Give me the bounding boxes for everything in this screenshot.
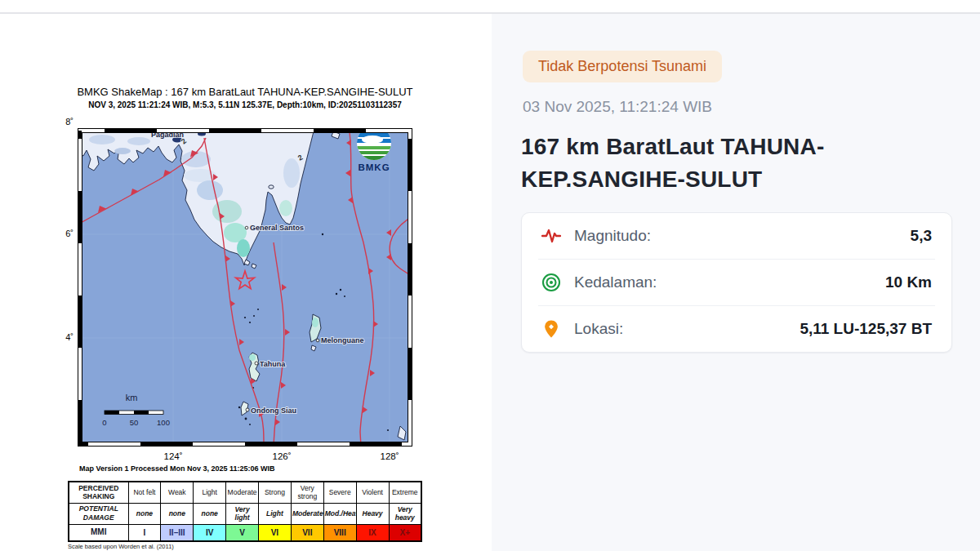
x-axis-label-126: 126˚ <box>264 451 300 461</box>
legend-row-mmi: MMIIII–IIIIVVVIVIIVIIIIXX+ <box>69 524 421 541</box>
legend-cell-mmi: VIII <box>323 524 356 541</box>
legend-cell-shaking: Weak <box>161 482 194 503</box>
legend-cell-shaking: Moderate <box>226 482 259 503</box>
legend-cell-damage: Very heavy <box>389 503 421 524</box>
legend-cell-mmi: X+ <box>389 524 421 541</box>
place-label-tahuna: Tahuna <box>260 360 286 368</box>
city-dot-general-santos <box>245 226 248 229</box>
depth-target-icon <box>541 273 561 292</box>
legend-row-header: POTENTIAL DAMAGE <box>69 503 128 524</box>
legend-cell-damage: Heavy <box>356 503 389 524</box>
place-label-melonguane: Melonguane <box>321 336 364 344</box>
detail-row-value: 10 Km <box>885 273 932 291</box>
legend-row-damage: POTENTIAL DAMAGEnonenonenoneVery lightLi… <box>69 503 421 524</box>
event-title: 167 km BaratLaut TAHUNA-KEP.SANGIHE-SULU… <box>521 131 977 196</box>
legend-cell-shaking: Violent <box>356 482 389 503</box>
mmi-legend-table: PERCEIVED SHAKINGNot feltWeakLightModera… <box>68 481 422 542</box>
legend-row-header: PERCEIVED SHAKING <box>69 482 128 503</box>
legend-cell-damage: none <box>161 503 194 524</box>
scale-tick-0: 0 <box>102 418 106 427</box>
legend-cell-damage: Mod./Heavy <box>323 503 356 524</box>
y-axis-label-6: 6˚ <box>56 229 74 238</box>
detail-row-label: Kedalaman: <box>574 273 657 291</box>
scale-tick-100: 100 <box>157 418 170 427</box>
scale-tick-50: 50 <box>130 418 139 427</box>
legend-cell-shaking: Very strong <box>291 482 323 503</box>
shakemap-subtitle: NOV 3, 2025 11:21:24 WIB, M:5.3, 5.11N 1… <box>47 100 443 109</box>
legend-cell-shaking: Strong <box>259 482 292 503</box>
detail-row: Lokasi:5,11 LU-125,37 BT <box>522 306 951 352</box>
legend-cell-shaking: Severe <box>323 482 356 503</box>
city-dot-melonguane <box>316 339 319 342</box>
detail-row: Kedalaman:10 Km <box>522 260 951 305</box>
x-axis-label-124: 124˚ <box>155 451 191 461</box>
legend-cell-shaking: Not felt <box>128 482 161 503</box>
shakemap-title: BMKG ShakeMap : 167 km BaratLaut TAHUNA-… <box>47 86 443 98</box>
city-dot-ondong-siau <box>246 408 249 411</box>
shakemap-map: 2 2 Pagadian General Santos Tahuna Ondon… <box>78 128 412 447</box>
legend-cell-damage: Very light <box>226 503 259 524</box>
detail-row-value: 5,11 LU-125,37 BT <box>800 320 932 338</box>
detail-row: Magnitudo:5,3 <box>522 213 951 259</box>
detail-row-label: Lokasi: <box>574 320 623 338</box>
mmi-legend: PERCEIVED SHAKINGNot feltWeakLightModera… <box>68 481 422 550</box>
legend-cell-mmi: II–III <box>161 524 194 541</box>
bmkg-logo-text: BMKG <box>358 162 390 172</box>
shakemap-panel: BMKG ShakeMap : 167 km BaratLaut TAHUNA-… <box>0 14 492 551</box>
legend-cell-mmi: IX <box>356 524 389 541</box>
legend-row-shaking: PERCEIVED SHAKINGNot feltWeakLightModera… <box>69 482 421 503</box>
tsunami-status-badge: Tidak Berpotensi Tsunami <box>523 51 722 82</box>
bmkg-logo-icon: BMKG <box>357 128 391 172</box>
event-datetime: 03 Nov 2025, 11:21:24 WIB <box>523 98 712 116</box>
place-label-general-santos: General Santos <box>250 224 304 232</box>
event-detail-card: Magnitudo:5,3Kedalaman:10 KmLokasi:5,11 … <box>521 212 952 353</box>
y-axis-label-4: 4˚ <box>56 332 74 342</box>
legend-cell-mmi: I <box>128 524 161 541</box>
detail-row-label: Magnitudo: <box>574 227 651 245</box>
magnitude-waveform-icon <box>541 226 561 246</box>
legend-cell-shaking: Light <box>194 482 226 503</box>
y-axis-label-8: 8˚ <box>56 117 74 127</box>
city-dot-tahuna <box>255 362 258 365</box>
legend-cell-mmi: V <box>226 524 259 541</box>
legend-cell-shaking: Extreme <box>389 482 421 503</box>
scale-unit-label: km <box>126 393 138 402</box>
map-version-note: Map Version 1 Processed Mon Nov 3, 2025 … <box>79 464 275 473</box>
x-axis-label-128: 128˚ <box>372 451 408 461</box>
legend-cell-damage: none <box>194 503 226 524</box>
detail-row-value: 5,3 <box>911 227 932 245</box>
legend-cell-mmi: VI <box>259 524 292 541</box>
legend-cell-damage: Light <box>259 503 292 524</box>
mmi-legend-footnote: Scale based upon Worden et al. (2011) <box>68 543 422 550</box>
legend-cell-mmi: IV <box>194 524 226 541</box>
legend-cell-mmi: VII <box>291 524 323 541</box>
location-pin-icon <box>541 319 561 339</box>
legend-row-header: MMI <box>69 524 128 541</box>
place-label-ondong-siau: Ondong Siau <box>251 407 296 415</box>
legend-cell-damage: none <box>128 503 161 524</box>
legend-cell-damage: Moderate <box>291 503 323 524</box>
